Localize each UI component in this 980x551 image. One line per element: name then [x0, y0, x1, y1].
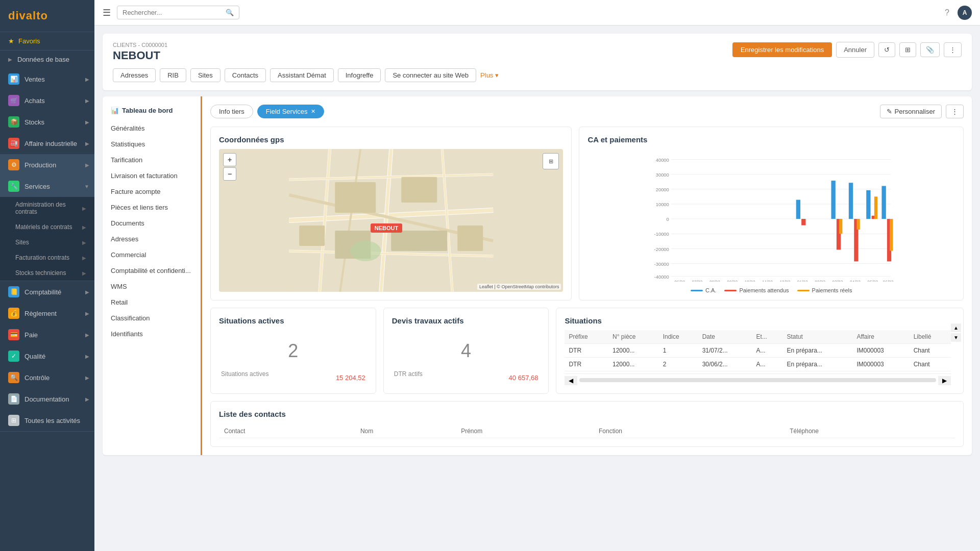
- devis-widget: Devis travaux actifs 4 DTR actifs 40 657…: [383, 308, 549, 394]
- nav-item-retail[interactable]: Retail: [103, 294, 201, 310]
- sidebar-item-production[interactable]: ⚙ Production ▶: [0, 154, 94, 176]
- cell-date: 30/06/2...: [698, 358, 752, 371]
- sidebar-item-achats[interactable]: 🛒 Achats ▶: [0, 90, 94, 111]
- help-button[interactable]: ?: [945, 8, 949, 17]
- sidebar-item-controle[interactable]: 🔍 Contrôle ▶: [0, 367, 94, 388]
- tab-infogreffe[interactable]: Infogreffe: [338, 68, 381, 82]
- dashboard-nav-title: 📊 Tableau de bord: [103, 103, 201, 120]
- achats-icon: 🛒: [8, 95, 19, 106]
- nebout-marker: NEBOUT: [371, 223, 402, 233]
- svg-text:07/22: 07/22: [692, 280, 703, 282]
- chevron-icon: ▶: [85, 354, 89, 359]
- tab-contacts[interactable]: Contacts: [225, 68, 266, 82]
- tab-website[interactable]: Se connecter au site Web: [385, 68, 476, 82]
- cancel-button[interactable]: Annuler: [836, 42, 874, 58]
- chevron-icon: ▶: [85, 77, 89, 82]
- nav-item-identifiants[interactable]: Identifiants: [103, 326, 201, 342]
- svg-rect-62: [831, 181, 836, 219]
- sidebar-item-reglement[interactable]: 💰 Règlement ▶: [0, 303, 94, 324]
- situations-table-widget: Situations Préfixe N° pièce Indice Date: [556, 308, 964, 394]
- tab-sites[interactable]: Sites: [190, 68, 220, 82]
- paie-icon: 💳: [8, 329, 19, 340]
- sidebar-item-label: Documentation: [24, 395, 69, 403]
- nav-item-generalites[interactable]: Généralités: [103, 120, 201, 136]
- sidebar-item-ventes[interactable]: 📊 Ventes ▶: [0, 68, 94, 90]
- ca-title: CA et paiements: [587, 135, 955, 144]
- personnaliser-label: Personnaliser: [895, 108, 936, 115]
- map-zoom-out-button[interactable]: −: [223, 167, 236, 181]
- nav-item-facture[interactable]: Facture acompte: [103, 184, 201, 199]
- nav-item-pieces[interactable]: Pièces et liens tiers: [103, 199, 201, 215]
- tab-adresses[interactable]: Adresses: [113, 68, 156, 82]
- tab-assistant[interactable]: Assistant Démat: [270, 68, 334, 82]
- svg-text:-30000: -30000: [654, 262, 669, 267]
- scroll-up-button[interactable]: ▲: [951, 323, 961, 332]
- sidebar-item-label: Toutes les activités: [24, 417, 80, 424]
- sidebar-item-comptabilite[interactable]: 📒 Comptabilité ▶: [0, 281, 94, 303]
- svg-text:-40000: -40000: [654, 274, 669, 280]
- nav-item-statistiques[interactable]: Statistiques: [103, 136, 201, 152]
- sidebar-item-qualite[interactable]: ✓ Qualité ▶: [0, 345, 94, 367]
- dashboard-tabs: Info tiers Field Services ✕ ✎ Personnali…: [210, 105, 964, 118]
- pencil-icon: ✎: [887, 108, 892, 115]
- sidebar-sub-sites[interactable]: Sites ▶: [10, 235, 94, 250]
- svg-text:11/22: 11/22: [763, 280, 773, 282]
- sidebar-item-services[interactable]: 🔧 Services ▼: [0, 176, 94, 197]
- tab-field-services[interactable]: Field Services ✕: [257, 105, 324, 118]
- sidebar-sub-admin-contrats[interactable]: Administration des contrats ▶: [10, 197, 94, 219]
- tab-info-tiers[interactable]: Info tiers: [210, 105, 253, 118]
- nav-item-commercial[interactable]: Commercial: [103, 247, 201, 263]
- attachment-button[interactable]: 📎: [920, 42, 940, 57]
- scroll-left-button[interactable]: ◀: [565, 376, 577, 385]
- nav-item-comptabilite[interactable]: Comptabilité et confidenti...: [103, 263, 201, 279]
- scroll-down-button[interactable]: ▼: [951, 333, 961, 342]
- sidebar-sub-stocks-tech[interactable]: Stocks techniciens ▶: [10, 265, 94, 281]
- nav-item-wms[interactable]: WMS: [103, 279, 201, 294]
- chevron-icon: ▶: [85, 375, 89, 381]
- nav-item-documents[interactable]: Documents: [103, 215, 201, 231]
- personnaliser-button[interactable]: ✎ Personnaliser: [880, 105, 942, 118]
- scroll-right-button[interactable]: ▶: [938, 376, 951, 385]
- devis-title: Devis travaux actifs: [392, 316, 541, 325]
- sub-item-label: Administration des contrats: [15, 201, 82, 215]
- map-layer-button[interactable]: ⊞: [543, 153, 559, 169]
- situations-amount: 15 204,52: [336, 374, 365, 382]
- nav-item-tarification[interactable]: Tarification: [103, 152, 201, 168]
- tab-close-icon[interactable]: ✕: [311, 108, 315, 115]
- nav-item-adresses[interactable]: Adresses: [103, 231, 201, 247]
- reglement-icon: 💰: [8, 308, 19, 319]
- sidebar-item-documentation[interactable]: 📄 Documentation ▶: [0, 388, 94, 410]
- sidebar-item-label: Affaire industrielle: [24, 140, 77, 147]
- more-actions-button[interactable]: ⋮: [944, 42, 962, 57]
- history-button[interactable]: ↺: [878, 42, 895, 57]
- map-zoom-in-button[interactable]: +: [223, 153, 236, 166]
- search-icon[interactable]: 🔍: [226, 9, 234, 16]
- hamburger-button[interactable]: ☰: [103, 7, 111, 18]
- client-tabs: Adresses RIB Sites Contacts Assistant Dé…: [113, 68, 962, 82]
- search-input[interactable]: [122, 9, 222, 16]
- grid-button[interactable]: ⊞: [899, 42, 916, 57]
- tab-more-button[interactable]: Plus ▾: [480, 68, 499, 82]
- sidebar-item-paie[interactable]: 💳 Paie ▶: [0, 324, 94, 345]
- cell-et: A...: [752, 344, 783, 358]
- favoris-item[interactable]: ★ Favoris: [0, 32, 94, 51]
- nav-item-livraison[interactable]: Livraison et facturation: [103, 168, 201, 184]
- chart-container: 40000 30000 20000 10000 0 -10000 -20000 …: [587, 149, 955, 282]
- legend-reels-label: Paiements réels: [812, 287, 852, 293]
- save-button[interactable]: Enregistrer les modifications: [732, 42, 832, 57]
- client-name: NEBOUT: [113, 49, 167, 62]
- sidebar-sub-facturation[interactable]: Facturation contrats ▶: [10, 250, 94, 265]
- sidebar-item-affaire[interactable]: 🏭 Affaire industrielle ▶: [0, 133, 94, 154]
- table-header-row: Préfixe N° pièce Indice Date Et... Statu…: [565, 330, 951, 344]
- nav-item-classification[interactable]: Classification: [103, 310, 201, 326]
- tab-rib[interactable]: RIB: [160, 68, 186, 82]
- more-dots-button[interactable]: ⋮: [946, 105, 964, 118]
- user-avatar[interactable]: A: [958, 6, 972, 20]
- sidebar-sub-materiels[interactable]: Matériels de contrats ▶: [10, 219, 94, 235]
- sidebar-item-stocks[interactable]: 📦 Stocks ▶: [0, 111, 94, 133]
- sidebar-item-donnees-base[interactable]: ▶ Données de base: [0, 51, 94, 68]
- sidebar-item-label: Contrôle: [24, 374, 50, 382]
- sidebar-item-toutes[interactable]: ⊞ Toutes les activités: [0, 410, 94, 431]
- map-container[interactable]: + − ⊞ NEBOUT Leaflet | © OpenStreetMap c…: [219, 149, 563, 292]
- table-row: DTR 12000... 2 30/06/2... A... En prépar…: [565, 358, 951, 371]
